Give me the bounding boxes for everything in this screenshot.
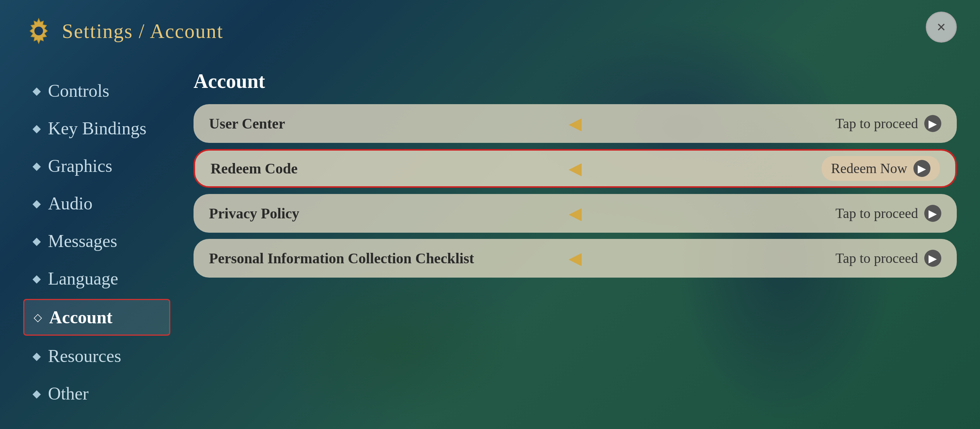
row-deco: ◀: [569, 113, 582, 134]
sidebar-item-label: Other: [48, 383, 89, 404]
sidebar-item-resources[interactable]: ◆ Resources: [23, 339, 170, 373]
content-panel: Account User Center ◀ Tap to proceed ▶ R…: [194, 66, 957, 414]
sidebar-item-key-bindings[interactable]: ◆ Key Bindings: [23, 111, 170, 146]
header-title: Settings / Account: [62, 20, 223, 43]
proceed-arrow: ▶: [913, 160, 930, 177]
diamond-icon: ◆: [33, 197, 41, 210]
row-deco: ◀: [569, 248, 582, 268]
row-action: Tap to proceed ▶: [836, 115, 941, 132]
setting-label: Redeem Code: [211, 160, 822, 177]
settings-container: Settings / Account × ◆ Controls ◆ Key Bi…: [0, 0, 980, 429]
left-arrow-deco: ◀: [569, 113, 582, 134]
sidebar-item-account[interactable]: ◇ Account: [23, 299, 170, 336]
row-action: Tap to proceed ▶: [836, 205, 941, 222]
setting-label: User Center: [209, 115, 836, 132]
diamond-icon: ◇: [34, 311, 42, 324]
diamond-icon: ◆: [33, 160, 41, 172]
main-content: ◆ Controls ◆ Key Bindings ◆ Graphics ◆ A…: [23, 66, 957, 414]
sidebar-item-label: Controls: [48, 81, 109, 101]
setting-row-user-center[interactable]: User Center ◀ Tap to proceed ▶: [194, 104, 957, 143]
row-action-highlighted[interactable]: Redeem Now ▶: [822, 156, 940, 181]
setting-row-privacy-policy[interactable]: Privacy Policy ◀ Tap to proceed ▶: [194, 194, 957, 233]
sidebar-item-label: Resources: [48, 346, 121, 366]
setting-row-personal-info[interactable]: Personal Information Collection Checklis…: [194, 239, 957, 278]
left-arrow-deco: ◀: [569, 158, 582, 178]
sidebar-item-label: Graphics: [48, 156, 112, 176]
sidebar-item-label: Audio: [48, 193, 93, 214]
action-label: Tap to proceed: [836, 205, 918, 221]
sidebar-item-graphics[interactable]: ◆ Graphics: [23, 149, 170, 183]
setting-label: Privacy Policy: [209, 205, 836, 222]
diamond-icon: ◆: [33, 122, 41, 135]
action-label: Tap to proceed: [836, 115, 918, 132]
sidebar-item-label: Key Bindings: [48, 118, 146, 139]
action-label: Redeem Now: [831, 160, 907, 177]
diamond-icon: ◆: [33, 272, 41, 285]
row-deco: ◀: [569, 158, 582, 178]
row-deco: ◀: [569, 203, 582, 223]
left-arrow-deco: ◀: [569, 203, 582, 223]
header: Settings / Account: [23, 15, 957, 46]
sidebar-item-label: Messages: [48, 231, 117, 251]
close-button[interactable]: ×: [926, 12, 957, 43]
diamond-icon: ◆: [33, 350, 41, 362]
row-action: Tap to proceed ▶: [836, 250, 941, 267]
sidebar-item-language[interactable]: ◆ Language: [23, 261, 170, 296]
close-icon: ×: [937, 18, 946, 36]
gear-icon: [23, 15, 54, 46]
sidebar-item-label: Account: [49, 307, 113, 328]
diamond-icon: ◆: [33, 235, 41, 247]
left-arrow-deco: ◀: [569, 248, 582, 268]
sidebar-item-controls[interactable]: ◆ Controls: [23, 74, 170, 108]
section-title: Account: [194, 70, 957, 93]
setting-row-redeem-code[interactable]: Redeem Code ◀ Redeem Now ▶: [194, 149, 957, 188]
diamond-icon: ◆: [33, 84, 41, 97]
setting-label: Personal Information Collection Checklis…: [209, 250, 836, 267]
action-label: Tap to proceed: [836, 250, 918, 266]
svg-point-1: [34, 27, 43, 35]
proceed-arrow: ▶: [924, 115, 941, 132]
proceed-arrow: ▶: [924, 205, 941, 222]
sidebar-item-audio[interactable]: ◆ Audio: [23, 186, 170, 221]
proceed-arrow: ▶: [924, 250, 941, 267]
sidebar-item-messages[interactable]: ◆ Messages: [23, 224, 170, 258]
sidebar-item-other[interactable]: ◆ Other: [23, 376, 170, 411]
sidebar: ◆ Controls ◆ Key Bindings ◆ Graphics ◆ A…: [23, 66, 170, 414]
diamond-icon: ◆: [33, 387, 41, 400]
sidebar-item-label: Language: [48, 268, 118, 289]
